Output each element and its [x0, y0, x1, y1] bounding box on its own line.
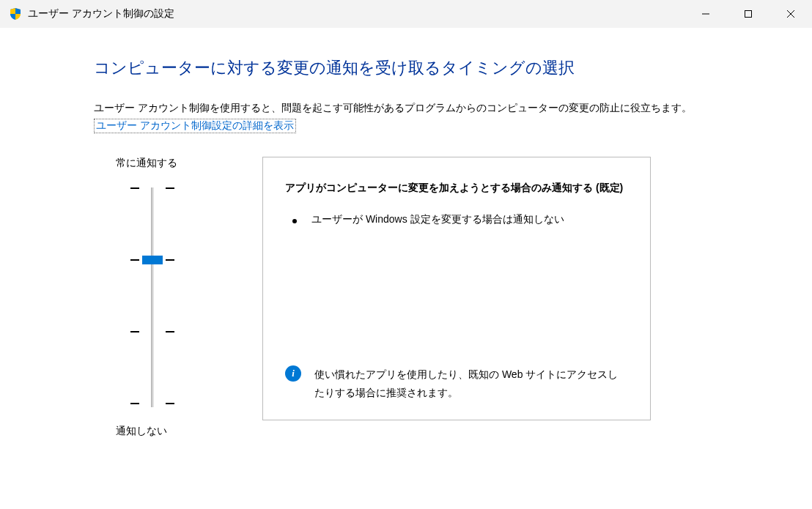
close-button[interactable] — [769, 0, 812, 28]
slider-top-label: 常に通知する — [116, 157, 177, 170]
info-box: アプリがコンピューターに変更を加えようとする場合のみ通知する (既定) ユーザー… — [262, 157, 651, 420]
slider-bottom-label: 通知しない — [116, 425, 167, 438]
slider-tick — [130, 331, 174, 332]
svg-rect-1 — [745, 11, 752, 18]
info-title: アプリがコンピューターに変更を加えようとする場合のみ通知する (既定) — [285, 179, 628, 197]
page-description: ユーザー アカウント制御を使用すると、問題を起こす可能性があるプログラムからのコ… — [94, 100, 724, 116]
info-recommendation: 使い慣れたアプリを使用したり、既知の Web サイトにアクセスしたりする場合に推… — [314, 365, 628, 402]
info-bullet-text: ユーザーが Windows 設定を変更する場合は通知しない — [311, 213, 564, 226]
info-icon: i — [285, 365, 301, 382]
minimize-button[interactable] — [684, 0, 727, 28]
window-controls — [684, 0, 812, 28]
uac-details-link[interactable]: ユーザー アカウント制御設定の詳細を表示 — [94, 119, 296, 133]
main-area: 常に通知する 通知しない アプリがコンピューターに変更を加えようとする場合のみ通… — [94, 157, 724, 438]
content-area: コンピューターに対する変更の通知を受け取るタイミングの選択 ユーザー アカウント… — [0, 28, 812, 438]
titlebar: ユーザー アカウント制御の設定 — [0, 0, 812, 28]
slider-column: 常に通知する 通知しない — [94, 157, 211, 438]
shield-icon — [9, 7, 22, 21]
slider-thumb[interactable] — [142, 256, 163, 264]
window-title: ユーザー アカウント制御の設定 — [28, 7, 174, 21]
info-footer: i 使い慣れたアプリを使用したり、既知の Web サイトにアクセスしたりする場合… — [285, 365, 628, 402]
maximize-button[interactable] — [727, 0, 769, 28]
slider-tick — [130, 187, 174, 189]
slider-tick — [130, 403, 174, 404]
page-title: コンピューターに対する変更の通知を受け取るタイミングの選択 — [94, 57, 724, 79]
notification-slider[interactable] — [123, 187, 182, 407]
info-bullet-row: ユーザーが Windows 設定を変更する場合は通知しない — [292, 213, 628, 226]
slider-track — [151, 187, 154, 407]
bullet-icon — [292, 219, 297, 223]
